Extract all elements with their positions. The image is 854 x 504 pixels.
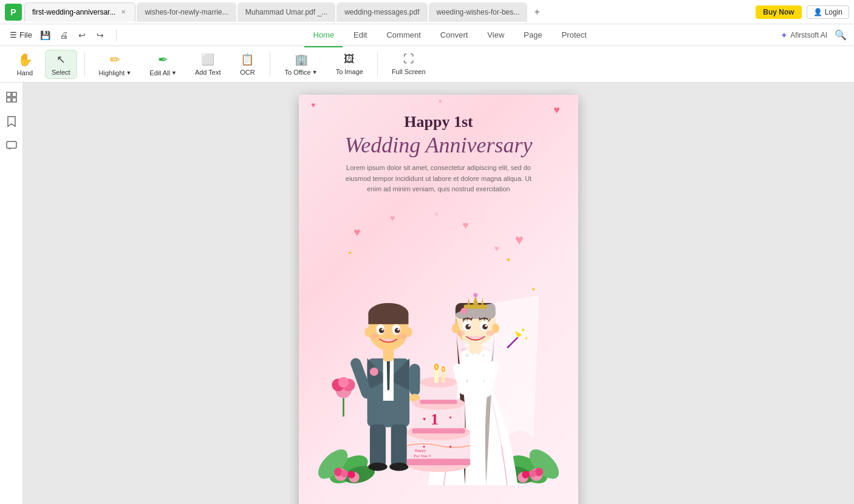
nav-tab-comment[interactable]: Comment xyxy=(378,28,429,42)
tab-3[interactable]: Muhammad Umar.pdf _... xyxy=(237,2,335,22)
ocr-icon: 📋 xyxy=(241,53,254,66)
svg-rect-98 xyxy=(442,370,445,383)
ocr-tool-button[interactable]: 📋 OCR xyxy=(232,50,262,79)
login-icon: 👤 xyxy=(813,8,822,16)
thumbnail-icon xyxy=(6,92,17,103)
buy-now-button[interactable]: Buy Now xyxy=(756,5,801,19)
tab-4[interactable]: wedding-messages.pdf xyxy=(336,2,427,22)
svg-point-42 xyxy=(364,327,372,337)
redo-icon-btn[interactable]: ↪ xyxy=(92,27,109,44)
svg-rect-97 xyxy=(434,368,439,383)
thumbnail-sidebar-item[interactable] xyxy=(2,87,21,107)
svg-text:♥: ♥ xyxy=(423,416,426,422)
svg-point-28 xyxy=(368,462,387,471)
print-icon-btn[interactable]: 🖨 xyxy=(55,27,72,44)
svg-point-43 xyxy=(405,327,412,337)
nav-tab-home-label: Home xyxy=(313,30,334,39)
nav-tab-edit[interactable]: Edit xyxy=(345,28,375,42)
svg-point-44 xyxy=(370,367,378,376)
svg-point-29 xyxy=(389,462,408,471)
hand-tool-button[interactable]: ✋ Hand xyxy=(10,49,40,80)
edit-all-label: Edit All xyxy=(149,69,170,77)
save-icon-btn[interactable]: 💾 xyxy=(37,27,54,44)
nav-tab-convert-label: Convert xyxy=(440,30,468,39)
ai-icon: ✦ xyxy=(781,30,788,40)
hand-label: Hand xyxy=(17,69,33,77)
svg-text:♥: ♥ xyxy=(449,444,451,449)
highlight-dropdown-icon: ▼ xyxy=(126,70,131,76)
tab-2[interactable]: wishes-for-newly-marrie... xyxy=(137,2,236,22)
pdf-title-line1: Happy 1st xyxy=(317,113,560,131)
pdf-title-line2: Wedding Anniversary xyxy=(317,132,560,158)
quick-access-toolbar: 💾 🖨 ↩ ↪ xyxy=(37,27,109,44)
svg-point-100 xyxy=(436,365,437,369)
svg-rect-26 xyxy=(370,424,386,467)
full-screen-label: Full Screen xyxy=(392,68,426,75)
comment-sidebar-item[interactable] xyxy=(2,136,21,155)
to-office-label: To Office xyxy=(284,69,310,76)
svg-rect-87 xyxy=(407,458,470,465)
svg-rect-0 xyxy=(7,92,11,97)
svg-text:✦: ✦ xyxy=(521,327,525,333)
main-content: ♥ ♥ ♥ Happy 1st Wedding Anniversary Lore… xyxy=(23,83,854,504)
nav-tab-page[interactable]: Page xyxy=(515,28,550,42)
tab-5[interactable]: weeding-wishes-for-bes... xyxy=(429,2,528,22)
highlight-tool-button[interactable]: ✏ Highlight ▼ xyxy=(92,49,138,80)
svg-text:Happy: Happy xyxy=(415,448,426,453)
heart-decoration-3: ♥ xyxy=(439,98,442,104)
tab-bar: first-wedding-anniversar... ✕ wishes-for… xyxy=(24,2,753,22)
hamburger-icon: ☰ xyxy=(10,30,17,39)
to-image-label: To Image xyxy=(336,68,363,75)
divider-3 xyxy=(377,52,378,77)
svg-point-74 xyxy=(452,324,459,333)
to-office-tool-button[interactable]: 🏢 To Office ▼ xyxy=(278,50,324,79)
login-button[interactable]: 👤 Login xyxy=(807,5,849,19)
app-logo: P xyxy=(5,4,22,21)
svg-point-36 xyxy=(379,328,384,333)
nav-tab-convert[interactable]: Convert xyxy=(432,28,477,42)
title-bar-right: Buy Now 👤 Login xyxy=(756,5,849,19)
login-label: Login xyxy=(825,8,842,16)
pdf-page: ♥ ♥ ♥ Happy 1st Wedding Anniversary Lore… xyxy=(299,95,578,504)
undo-icon-btn[interactable]: ↩ xyxy=(73,27,91,44)
add-tab-button[interactable]: + xyxy=(528,4,545,21)
highlight-label-row: Highlight ▼ xyxy=(99,69,132,77)
heart-decoration-2: ♥ xyxy=(553,104,560,117)
edit-all-dropdown-icon: ▼ xyxy=(171,70,177,76)
highlight-label: Highlight xyxy=(99,69,125,77)
edit-all-tool-button[interactable]: ✒ Edit All ▼ xyxy=(143,49,183,80)
svg-text:♥: ♥ xyxy=(423,444,425,449)
svg-point-37 xyxy=(395,328,400,333)
nav-tab-view[interactable]: View xyxy=(479,28,513,42)
search-button[interactable]: 🔍 xyxy=(832,27,849,44)
tab-3-label: Muhammad Umar.pdf _... xyxy=(245,8,327,16)
svg-point-102 xyxy=(442,367,444,370)
tab-1[interactable]: first-wedding-anniversar... ✕ xyxy=(24,2,135,22)
select-tool-button[interactable]: ↖ Select xyxy=(45,50,77,79)
to-image-tool-button[interactable]: 🖼 To Image xyxy=(329,50,370,78)
svg-rect-1 xyxy=(12,92,16,97)
add-text-tool-button[interactable]: ⬜ Add Text xyxy=(188,50,228,79)
full-screen-tool-button[interactable]: ⛶ Full Screen xyxy=(385,50,432,78)
svg-rect-91 xyxy=(412,428,465,434)
to-office-label-row: To Office ▼ xyxy=(284,69,317,76)
file-menu[interactable]: ☰ File xyxy=(5,28,37,42)
nav-tab-protect[interactable]: Protect xyxy=(553,28,595,42)
tab-1-close[interactable]: ✕ xyxy=(119,8,128,16)
nav-tab-comment-label: Comment xyxy=(386,30,420,39)
ai-button[interactable]: ✦ Afirstsoft AI xyxy=(781,30,827,40)
svg-point-68 xyxy=(465,324,471,330)
tab-2-label: wishes-for-newly-marrie... xyxy=(145,8,228,16)
bookmark-sidebar-item[interactable] xyxy=(2,112,21,131)
svg-text:1: 1 xyxy=(431,410,439,428)
ai-label: Afirstsoft AI xyxy=(790,31,827,39)
svg-rect-2 xyxy=(7,98,11,102)
title-bar: P first-wedding-anniversar... ✕ wishes-f… xyxy=(0,0,854,24)
nav-tab-home[interactable]: Home xyxy=(304,28,343,42)
tab-1-label: first-wedding-anniversar... xyxy=(32,8,115,16)
svg-rect-61 xyxy=(464,304,487,308)
app-logo-icon: P xyxy=(10,7,16,17)
svg-rect-4 xyxy=(7,141,16,148)
svg-point-13 xyxy=(341,470,348,477)
menu-right: ✦ Afirstsoft AI 🔍 xyxy=(781,27,849,44)
